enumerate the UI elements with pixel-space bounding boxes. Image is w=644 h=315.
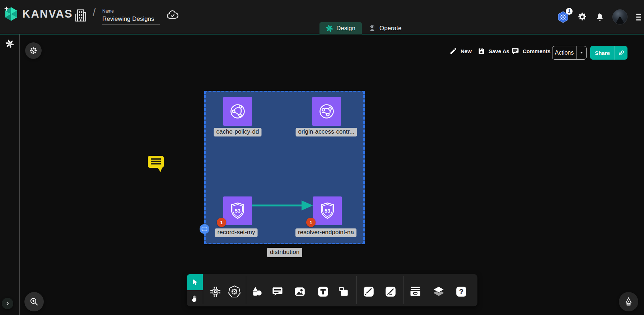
- pen-tool-button[interactable]: [619, 292, 638, 311]
- copy-link-button[interactable]: [615, 46, 627, 60]
- comments-label: Comments: [523, 48, 551, 54]
- svg-text:53: 53: [325, 208, 330, 214]
- settings-gear-icon[interactable]: [577, 12, 587, 22]
- pencil-icon: [449, 47, 457, 55]
- hand-icon: [191, 294, 199, 303]
- cloudfront-globe-icon: [317, 102, 336, 121]
- component-drawer-button[interactable]: [407, 284, 423, 300]
- help-button[interactable]: ?: [453, 284, 469, 300]
- svg-text:?: ?: [459, 288, 463, 296]
- node-record-set[interactable]: 53: [223, 196, 252, 225]
- user-avatar[interactable]: [612, 9, 627, 24]
- bottom-toolbar: ?: [187, 274, 477, 306]
- cursor-arrow-icon: [191, 278, 199, 287]
- layers-button[interactable]: [431, 284, 447, 300]
- svg-text:53: 53: [235, 208, 241, 214]
- design-spiral-icon: [326, 25, 333, 32]
- tab-design-label: Design: [336, 25, 355, 32]
- operate-person-icon: [368, 24, 376, 32]
- actions-caret-button[interactable]: [576, 46, 586, 59]
- comment-icon: [511, 47, 519, 55]
- edge-record-set-to-resolver[interactable]: [251, 199, 315, 213]
- logo-text: KANVAS: [22, 8, 73, 20]
- error-count-badge[interactable]: 1: [217, 218, 226, 227]
- comment-marker-icon[interactable]: [147, 155, 165, 173]
- question-mark-icon: ?: [455, 286, 467, 298]
- sticky-note-icon: [337, 286, 350, 298]
- kubernetes-tool-button[interactable]: [227, 284, 242, 300]
- save-as-label: Save As: [489, 48, 509, 54]
- floppy-disk-icon: [477, 47, 485, 55]
- share-button[interactable]: Share: [590, 46, 627, 60]
- caret-down-icon: [579, 50, 584, 55]
- pan-tool-button[interactable]: [187, 290, 203, 306]
- notifications-bell-icon[interactable]: [595, 12, 605, 22]
- meshery-spiral-icon[interactable]: [5, 40, 14, 48]
- actions-dropdown-button[interactable]: Actions: [552, 46, 587, 60]
- left-sidebar: [0, 34, 20, 315]
- app-header: KANVAS / Name: [0, 0, 644, 34]
- comment-tool-button[interactable]: [270, 284, 285, 300]
- shapes-icon: [251, 286, 263, 298]
- group-node-distribution[interactable]: 53 53: [204, 91, 365, 244]
- freehand-draw-tool-button[interactable]: [383, 284, 398, 300]
- node-label-resolver-endpoint: resolver-endpoint-na: [295, 228, 356, 237]
- drawer-icon: [409, 285, 422, 298]
- mode-tabs: Design Operate: [319, 22, 408, 34]
- pencil-squiggle-icon: [384, 286, 397, 298]
- node-cache-policy[interactable]: [223, 97, 252, 126]
- group-selection-handle[interactable]: [200, 224, 209, 234]
- pen-arrow-icon: [363, 286, 375, 298]
- actions-label: Actions: [552, 50, 576, 56]
- share-label: Share: [590, 50, 615, 56]
- note-tool-button[interactable]: [336, 284, 351, 300]
- node-resolver-endpoint[interactable]: 53: [313, 196, 342, 225]
- sidebar-expand-chevron-button[interactable]: [2, 298, 13, 309]
- kubernetes-context-button[interactable]: 1: [557, 11, 569, 23]
- link-icon: [618, 49, 625, 56]
- node-label-cache-policy: cache-policy-dd: [214, 128, 261, 136]
- error-count-badge[interactable]: 1: [306, 218, 316, 227]
- edge-pen-tool-button[interactable]: [361, 284, 377, 300]
- image-icon: [294, 286, 306, 298]
- new-button[interactable]: New: [449, 47, 472, 55]
- layers-icon: [432, 285, 445, 298]
- header-overflow-menu-icon[interactable]: [636, 14, 641, 20]
- node-label-record-set: record-set-my: [215, 228, 258, 237]
- integrations-tool-button[interactable]: [207, 284, 223, 300]
- tab-operate-label: Operate: [379, 25, 401, 32]
- design-name-input[interactable]: [102, 15, 160, 24]
- kubernetes-wheel-icon: [228, 285, 241, 298]
- design-name-block: Name: [102, 9, 160, 24]
- text-tool-button[interactable]: [315, 284, 331, 300]
- zoom-in-button[interactable]: [24, 292, 44, 311]
- save-as-button[interactable]: Save As: [477, 47, 509, 55]
- cloudfront-globe-icon: [228, 102, 247, 121]
- group-label-distribution: distribution: [267, 248, 302, 257]
- kubernetes-context-count-badge: 1: [566, 8, 573, 15]
- comment-icon: [271, 286, 284, 298]
- tab-operate[interactable]: Operate: [362, 22, 408, 34]
- text-icon: [317, 286, 329, 298]
- route53-shield-icon: 53: [228, 201, 247, 221]
- save-status-cloud-icon: [166, 9, 179, 20]
- name-field-label: Name: [102, 9, 160, 14]
- breadcrumb-separator: /: [93, 6, 95, 19]
- node-origin-access-control[interactable]: [312, 97, 341, 126]
- header-right-icons: 1: [557, 9, 641, 24]
- image-tool-button[interactable]: [292, 284, 308, 300]
- organization-icon[interactable]: [74, 8, 87, 23]
- comments-button[interactable]: Comments: [511, 47, 551, 55]
- shapes-tool-button[interactable]: [249, 284, 265, 300]
- node-label-origin-access-control: origin-access-contr...: [296, 128, 357, 136]
- tab-design[interactable]: Design: [319, 22, 362, 34]
- select-tool-button[interactable]: [187, 274, 203, 290]
- route53-shield-icon: 53: [318, 201, 337, 221]
- dock-flower-button[interactable]: [25, 42, 42, 59]
- circuit-chip-icon: [209, 285, 222, 298]
- new-label: New: [461, 48, 472, 54]
- kanvas-logo[interactable]: KANVAS: [4, 6, 73, 22]
- kanvas-logo-icon: [4, 6, 19, 22]
